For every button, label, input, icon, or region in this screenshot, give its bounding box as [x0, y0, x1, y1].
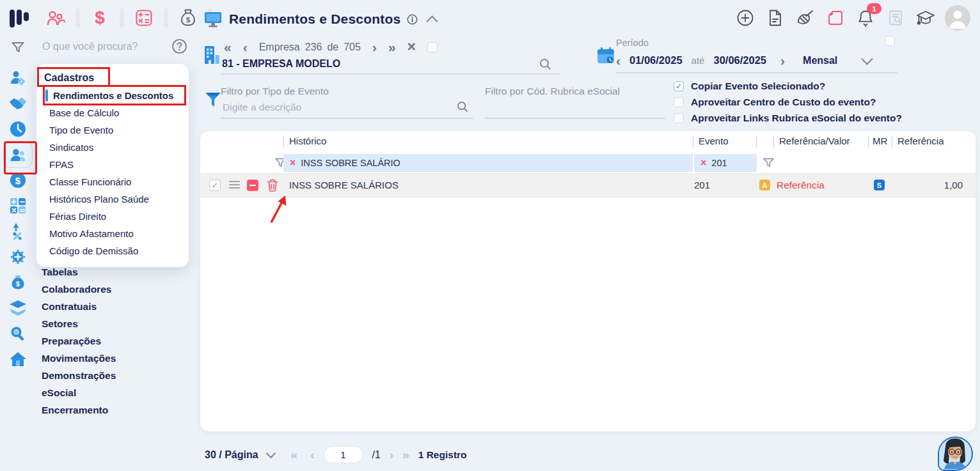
period-checkbox[interactable]	[885, 36, 895, 46]
checkbox-checked-icon[interactable]: ✓	[674, 81, 684, 91]
user-avatar[interactable]	[945, 5, 970, 31]
row-ref-valor[interactable]: Referência	[777, 180, 825, 191]
filter-funnel-icon[interactable]	[10, 40, 26, 55]
divider	[221, 118, 473, 119]
menu-section-demonstracoes[interactable]: Demonstrações	[42, 367, 116, 384]
layers-icon[interactable]	[0, 295, 35, 321]
menu-section-contratuais[interactable]: Contratuais	[42, 298, 116, 315]
row-select-checkbox[interactable]: ✓	[209, 180, 221, 191]
row-funnel-icon[interactable]	[762, 156, 775, 169]
company-checkbox[interactable]	[427, 42, 438, 52]
menu-item-historicos-plano-saude[interactable]: Históricos Plano Saúde	[36, 190, 189, 208]
menu-item-ferias-direito[interactable]: Férias Direito	[36, 208, 189, 225]
clear-filter-icon[interactable]: ×	[700, 158, 706, 168]
per-page-select[interactable]: 30 / Página	[205, 449, 258, 461]
dollar-circle-icon[interactable]: $	[0, 167, 35, 193]
clear-filter-icon[interactable]: ×	[290, 158, 296, 168]
next-company-button[interactable]: ›	[372, 40, 377, 54]
period-end[interactable]: 30/06/2025	[713, 54, 766, 66]
option-centro-custo[interactable]: Aproveitar Centro de Custo do evento?	[674, 97, 902, 108]
assistant-avatar[interactable]	[938, 436, 973, 471]
menu-section-setores[interactable]: Setores	[42, 315, 116, 332]
graduation-cap-icon[interactable]	[915, 7, 937, 29]
filter-historico-cell[interactable]: × INSS SOBRE SALÁRIO	[283, 154, 693, 172]
last-page-button[interactable]: »	[402, 449, 409, 461]
dollar-icon[interactable]: $	[89, 7, 111, 29]
period-start[interactable]: 01/06/2025	[629, 54, 683, 66]
user-settings-icon[interactable]	[0, 65, 35, 91]
home-icon[interactable]	[0, 346, 35, 372]
prev-page-button[interactable]: ‹	[310, 449, 314, 461]
option-links-rubrica[interactable]: Aproveitar Links Rubrica eSocial do even…	[674, 112, 902, 124]
table-header: Histórico Evento Referência/Valor MR Ref…	[200, 131, 976, 152]
checkbox-icon[interactable]	[674, 97, 684, 107]
first-page-button[interactable]: «	[291, 449, 298, 461]
clear-company-button[interactable]: ×	[407, 40, 416, 54]
moneybag-icon[interactable]: $	[177, 7, 199, 29]
filter-type-search-icon[interactable]	[457, 101, 468, 112]
menu-section-preparacoes[interactable]: Preparações	[42, 332, 116, 350]
document-search-icon[interactable]	[885, 7, 906, 29]
menu-section-colaboradores[interactable]: Colaboradores	[42, 281, 116, 298]
menu-item-classe-funcionario[interactable]: Classe Funcionário	[36, 173, 189, 190]
period-mode-select[interactable]: Mensal	[803, 55, 837, 66]
notes-red-icon[interactable]	[825, 7, 846, 29]
calculator-icon[interactable]	[133, 7, 155, 29]
menu-item-base-de-calculo[interactable]: Base de Cálculo	[36, 104, 189, 121]
moneybag-icon[interactable]: $	[0, 270, 35, 295]
first-company-button[interactable]: «	[224, 40, 232, 54]
menu-item-rendimentos-descontos[interactable]: Rendimentos e Descontos	[36, 87, 189, 104]
magnifier-icon[interactable]	[0, 321, 35, 346]
last-company-button[interactable]: »	[388, 40, 396, 54]
period-mode-chevron-icon[interactable]	[862, 53, 873, 65]
company-search-icon[interactable]	[539, 58, 551, 70]
page-number-input[interactable]	[324, 446, 363, 463]
filter-rubrica-input[interactable]	[486, 101, 661, 114]
menu-section-movimentacoes[interactable]: Movimentações	[42, 350, 116, 367]
broom-icon[interactable]	[794, 7, 816, 29]
row-drag-handle-icon[interactable]	[229, 180, 240, 189]
row-delete-trash-icon[interactable]	[267, 179, 278, 192]
menu-section-tabelas[interactable]: Tabelas	[42, 263, 116, 281]
column-header-evento[interactable]: Evento	[699, 135, 729, 146]
calc-icon[interactable]	[0, 193, 35, 219]
clock-icon[interactable]	[0, 116, 35, 142]
search-input[interactable]	[41, 40, 165, 53]
prev-company-button[interactable]: ‹	[243, 40, 248, 54]
menu-item-sindicatos[interactable]: Sindicatos	[36, 139, 189, 156]
gear-icon[interactable]	[0, 244, 35, 270]
checkbox-icon[interactable]	[674, 113, 684, 123]
person-up-icon[interactable]	[0, 219, 35, 244]
company-name[interactable]: 81 - EMPRESA MODELO	[222, 58, 340, 70]
menu-item-tipo-de-evento[interactable]: Tipo de Evento	[36, 121, 189, 139]
table-row[interactable]: ✓ INSS SOBRE SALÁRIOS 201 A Referência S…	[200, 173, 976, 197]
column-header-mr[interactable]: MR	[873, 135, 887, 146]
menu-item-codigo-de-demissao[interactable]: Código de Demissão	[36, 242, 189, 259]
next-period-button[interactable]: ›	[780, 54, 785, 67]
column-header-historico[interactable]: Histórico	[289, 135, 326, 146]
next-page-button[interactable]: ›	[390, 449, 393, 461]
column-header-referencia-valor[interactable]: Referência/Valor	[779, 135, 850, 146]
people-icon[interactable]	[0, 142, 35, 167]
help-icon[interactable]	[171, 38, 187, 54]
menu-section-cadastros[interactable]: Cadastros	[36, 69, 189, 87]
info-icon[interactable]	[407, 14, 418, 25]
document-icon[interactable]	[764, 7, 786, 29]
menu-section-encerramento[interactable]: Encerramento	[42, 401, 116, 419]
option-copiar-evento[interactable]: ✓ Copiar Evento Selecionado?	[674, 81, 902, 92]
add-circle-icon[interactable]	[734, 7, 756, 29]
column-header-referencia[interactable]: Referência	[897, 135, 944, 146]
menu-section-esocial[interactable]: eSocial	[42, 384, 116, 401]
per-page-chevron-icon[interactable]	[265, 449, 276, 459]
people-icon[interactable]	[45, 7, 67, 29]
bell-icon[interactable]: 1	[855, 7, 876, 29]
menu-item-motivo-afastamento[interactable]: Motivo Afastamento	[36, 225, 189, 242]
collapse-chevron-icon[interactable]	[427, 15, 438, 27]
filter-type-input[interactable]	[221, 101, 435, 114]
row-remove-button[interactable]	[247, 180, 258, 191]
filter-evento-cell[interactable]: × 201	[694, 154, 757, 172]
svg-text:$: $	[15, 175, 20, 186]
prev-period-button[interactable]: ‹	[616, 54, 620, 67]
menu-item-fpas[interactable]: FPAS	[36, 156, 189, 173]
handshake-icon[interactable]	[0, 91, 35, 116]
